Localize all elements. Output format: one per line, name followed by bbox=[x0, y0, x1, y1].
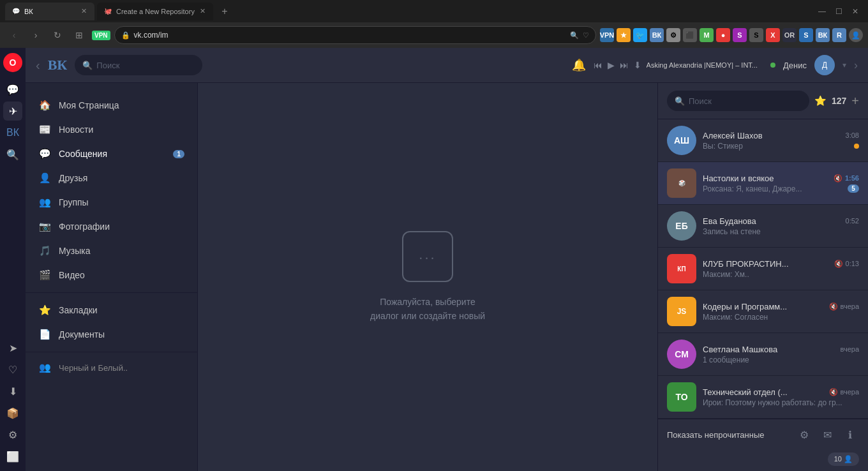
add-chat-button[interactable]: + bbox=[851, 94, 859, 108]
chat-settings-icon[interactable]: ⚙ bbox=[795, 426, 813, 444]
url-text: vk.com/im bbox=[134, 31, 566, 40]
ext-misc5[interactable]: S bbox=[799, 28, 813, 42]
nav-my-page[interactable]: 🏠 Моя Страница bbox=[26, 93, 197, 117]
header-avatar[interactable]: Д bbox=[814, 55, 835, 75]
apps-button[interactable]: ⊞ bbox=[70, 26, 88, 44]
chat-name-coders: Кодеры и Программ... bbox=[703, 302, 827, 311]
new-tab-button[interactable]: + bbox=[216, 3, 234, 20]
chat-search-input[interactable] bbox=[689, 96, 802, 106]
messages-badge: 1 bbox=[173, 150, 184, 158]
chat-item-alexei[interactable]: АШ Алексей Шахов 3:08 Вы: Стикер bbox=[658, 119, 868, 162]
sidebar-fullscreen[interactable]: ⬜ bbox=[3, 447, 22, 466]
profile-icon[interactable]: 👤 bbox=[849, 28, 863, 42]
ext-x[interactable]: X bbox=[766, 28, 780, 42]
nav-divider bbox=[26, 292, 197, 293]
tab-github[interactable]: 🐙 Create a New Repository ✕ bbox=[97, 3, 213, 20]
sidebar-send[interactable]: ➤ bbox=[3, 338, 22, 357]
chat-search-bar[interactable]: 🔍 bbox=[667, 91, 809, 111]
ext-twitter[interactable]: 🐦 bbox=[633, 28, 647, 42]
player-download[interactable]: ⬇ bbox=[634, 60, 641, 70]
photos-icon: 📷 bbox=[38, 220, 51, 233]
chat-info-nastolki: Настолки и всякое 🔇 1:56 Роксана: Я, кан… bbox=[703, 174, 859, 193]
ext-misc3[interactable]: S bbox=[749, 28, 763, 42]
url-bar[interactable]: 🔒 vk.com/im 🔍 ♡ bbox=[114, 26, 596, 44]
tab-vk-close[interactable]: ✕ bbox=[80, 6, 88, 17]
chat-info-icon[interactable]: ℹ bbox=[841, 426, 859, 444]
nav-black-white[interactable]: 👥 Черный и Белый.. bbox=[26, 357, 197, 378]
sidebar-vk[interactable]: ВК bbox=[3, 123, 22, 142]
header-arrow-right[interactable]: › bbox=[854, 59, 858, 72]
back-button[interactable]: ‹ bbox=[5, 26, 23, 44]
chat-item-technical[interactable]: ТО Технический отдел (... 🔇 вчера Ирои: … bbox=[658, 376, 868, 419]
ext-bookmark[interactable]: ★ bbox=[617, 28, 631, 42]
chat-item-coders[interactable]: JS Кодеры и Программ... 🔇 вчера Максим: … bbox=[658, 290, 868, 333]
minimize-button[interactable]: — bbox=[814, 4, 830, 19]
photos-label: Фотографии bbox=[59, 221, 184, 232]
chat-item-svetlana[interactable]: СМ Светлана Машкова вчера 1 сообщение bbox=[658, 333, 868, 376]
player-next[interactable]: ⏭ bbox=[620, 60, 629, 70]
ext-misc1[interactable]: ⚙ bbox=[666, 28, 680, 42]
tab-github-close[interactable]: ✕ bbox=[198, 6, 207, 17]
sidebar-settings[interactable]: ⚙ bbox=[3, 425, 22, 444]
chat-item-klub[interactable]: КП КЛУБ ПРОКРАСТИН... 🔇 0:13 Максим: Хм.… bbox=[658, 248, 868, 290]
nav-documents[interactable]: 📄 Документы bbox=[26, 322, 197, 347]
vk-header-search[interactable]: 🔍 bbox=[75, 55, 202, 75]
player-prev[interactable]: ⏮ bbox=[594, 60, 602, 70]
friends-icon: 👤 bbox=[38, 172, 51, 184]
tab-bar: 💬 ВК ✕ 🐙 Create a New Repository ✕ + — ☐… bbox=[0, 0, 868, 22]
sidebar-whatsapp[interactable]: 💬 bbox=[3, 80, 22, 99]
chat-item-nastolki[interactable]: 🎲 Настолки и всякое 🔇 1:56 Роксана: Я, к… bbox=[658, 162, 868, 205]
tab-vk[interactable]: 💬 ВК ✕ bbox=[5, 3, 94, 20]
ext-vk2[interactable]: ВК bbox=[816, 28, 830, 42]
ext-r[interactable]: ● bbox=[716, 28, 730, 42]
chat-footer: Показать непрочитанные ⚙ ✉ ℹ bbox=[658, 419, 868, 450]
nav-video[interactable]: 🎬 Видео bbox=[26, 263, 197, 287]
chat-info-svetlana: Светлана Машкова вчера 1 сообщение bbox=[703, 345, 859, 364]
close-button[interactable]: ✕ bbox=[848, 4, 863, 19]
vk-header: ‹ ВК 🔍 🔔 ⏮ ▶ ⏭ ⬇ Asking Alexandria |NEMO… bbox=[26, 48, 868, 83]
nav-news[interactable]: 📰 Новости bbox=[26, 117, 197, 142]
forward-button[interactable]: › bbox=[27, 26, 45, 44]
sidebar-download[interactable]: ⬇ bbox=[3, 382, 22, 401]
chat-item-eva[interactable]: ЕБ Ева Буданова 0:52 Запись на стене bbox=[658, 205, 868, 248]
notification-bell[interactable]: 🔔 bbox=[572, 58, 586, 72]
chat-mute-coders: 🔇 bbox=[829, 303, 838, 311]
nav-messages[interactable]: 💬 Сообщения 1 bbox=[26, 142, 197, 166]
ext-misc2[interactable]: ⬛ bbox=[683, 28, 697, 42]
maximize-button[interactable]: ☐ bbox=[831, 4, 846, 19]
show-unread-button[interactable]: Показать непрочитанные bbox=[667, 430, 765, 440]
video-label: Видео bbox=[59, 270, 184, 280]
ext-r2[interactable]: R bbox=[832, 28, 846, 42]
opera-logo[interactable]: O bbox=[3, 53, 22, 72]
sidebar-telegram[interactable]: ✈ bbox=[3, 101, 22, 121]
vk-back-arrow[interactable]: ‹ bbox=[36, 58, 40, 73]
ext-vpn[interactable]: VPN bbox=[600, 28, 614, 42]
nav-music[interactable]: 🎵 Музыка bbox=[26, 239, 197, 263]
documents-label: Документы bbox=[59, 329, 184, 340]
chat-name-alexei: Алексей Шахов bbox=[703, 131, 846, 140]
header-username[interactable]: Денис bbox=[783, 61, 807, 70]
nav-photos[interactable]: 📷 Фотографии bbox=[26, 214, 197, 239]
reload-button[interactable]: ↻ bbox=[49, 26, 66, 44]
sidebar-heart[interactable]: ♡ bbox=[3, 360, 22, 379]
header-search-input[interactable] bbox=[96, 61, 195, 70]
music-icon: 🎵 bbox=[38, 244, 51, 257]
ext-misc4[interactable]: OR bbox=[782, 28, 797, 42]
nav-groups[interactable]: 👥 Группы bbox=[26, 190, 197, 214]
nav-friends[interactable]: 👤 Друзья bbox=[26, 166, 197, 190]
nav-bar: ‹ › ↻ ⊞ VPN 🔒 vk.com/im 🔍 ♡ VPN ★ 🐦 ВК ⚙… bbox=[0, 22, 868, 48]
chat-envelope-icon[interactable]: ✉ bbox=[818, 426, 836, 444]
chat-info-alexei: Алексей Шахов 3:08 Вы: Стикер bbox=[703, 131, 859, 151]
header-chevron[interactable]: ▾ bbox=[842, 61, 846, 70]
sidebar-box[interactable]: 📦 bbox=[3, 403, 22, 422]
vk-logo[interactable]: ВК bbox=[48, 57, 68, 73]
chat-footer-icons: ⚙ ✉ ℹ bbox=[795, 426, 859, 444]
player-play[interactable]: ▶ bbox=[608, 60, 615, 70]
ext-m[interactable]: M bbox=[700, 28, 714, 42]
ext-s[interactable]: S bbox=[733, 28, 747, 42]
ext-vk[interactable]: ВК bbox=[650, 28, 664, 42]
chat-empty-line2: диалог или создайте новый bbox=[370, 309, 485, 323]
sidebar-search[interactable]: 🔍 bbox=[3, 145, 22, 164]
favorites-icon[interactable]: ⭐ bbox=[814, 95, 827, 107]
nav-bookmarks[interactable]: ⭐ Закладки bbox=[26, 298, 197, 322]
